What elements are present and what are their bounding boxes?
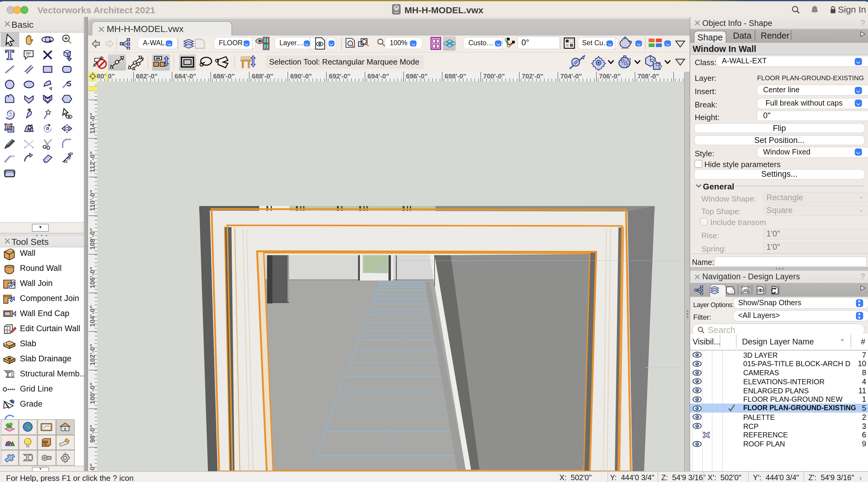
svg-text:vwx: vwx xyxy=(394,11,398,13)
